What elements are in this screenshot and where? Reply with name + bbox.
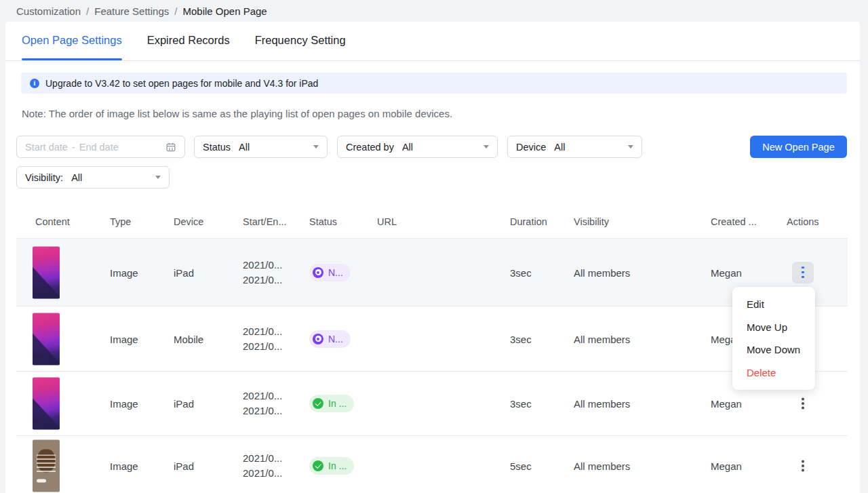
column-header-dates: Start/En... (243, 216, 286, 227)
not-started-status-icon (313, 334, 323, 344)
menu-item-edit[interactable]: Edit (732, 293, 815, 316)
breadcrumb-item-customization[interactable]: Customization (16, 5, 81, 17)
end-date: 2021/0... (243, 466, 282, 481)
content-card: Open Page Settings Expired Records Frequ… (5, 22, 860, 493)
cell-dates: 2021/0... 2021/0... (243, 451, 282, 481)
status-badge: N... (309, 264, 351, 281)
status-label: In ... (328, 460, 347, 471)
breadcrumb-separator: / (174, 5, 177, 17)
cell-type: Image (110, 460, 138, 472)
row-actions-menu: Edit Move Up Move Down Delete (732, 287, 815, 390)
end-date: 2021/0... (243, 339, 282, 354)
cell-created-by: Megan (711, 267, 742, 278)
cell-created-by: Megan (711, 460, 742, 472)
cell-type: Image (110, 333, 138, 344)
tab-frequency-setting[interactable]: Frequency Setting (255, 22, 346, 60)
column-header-status: Status (309, 216, 337, 227)
new-open-page-button[interactable]: New Open Page (750, 136, 847, 158)
upgrade-banner: i Upgrade to V3.42 to set open pages for… (21, 73, 847, 94)
date-range-picker[interactable]: Start date - End date (16, 136, 185, 158)
row-actions-button[interactable] (792, 262, 814, 283)
kebab-icon (802, 271, 804, 274)
page: Customization / Feature Settings / Mobil… (0, 0, 868, 493)
cell-visibility: All members (574, 267, 630, 278)
status-filter-label: Status (203, 142, 231, 153)
cell-visibility: All members (574, 398, 630, 410)
menu-item-move-up[interactable]: Move Up (732, 316, 815, 339)
status-filter-value: All (239, 142, 250, 153)
tab-expired-records[interactable]: Expired Records (147, 22, 230, 60)
column-header-actions: Actions (787, 216, 819, 227)
visibility-filter-label: Visibility: (25, 172, 63, 183)
cell-duration: 3sec (510, 398, 532, 410)
kebab-icon (802, 402, 804, 405)
status-badge: In ... (309, 457, 354, 475)
order-note: Note: The order of image list below is s… (22, 108, 452, 119)
cell-visibility: All members (574, 333, 630, 344)
table-header: Content Type Device Start/En... Status U… (16, 207, 848, 239)
column-header-type: Type (110, 216, 131, 227)
created-by-filter-label: Created by (346, 142, 394, 153)
breadcrumb-item-feature-settings[interactable]: Feature Settings (94, 5, 169, 17)
calendar-icon (165, 142, 176, 153)
column-header-content: Content (35, 216, 70, 227)
device-filter-label: Device (516, 142, 546, 153)
content-thumbnail (33, 440, 60, 492)
content-thumbnail (33, 246, 60, 298)
created-by-filter-value: All (402, 142, 413, 153)
in-progress-status-icon (313, 460, 323, 471)
menu-item-delete[interactable]: Delete (732, 361, 815, 384)
status-label: N... (328, 334, 343, 344)
end-date: 2021/0... (243, 403, 282, 418)
status-label: In ... (328, 398, 347, 409)
cell-visibility: All members (574, 460, 630, 472)
breadcrumb: Customization / Feature Settings / Mobil… (16, 0, 267, 22)
status-badge: In ... (309, 395, 354, 412)
content-thumbnail (33, 313, 60, 365)
cell-device: iPad (174, 267, 194, 278)
open-pages-table: Content Type Device Start/En... Status U… (16, 207, 848, 493)
chevron-down-icon (484, 145, 489, 149)
not-started-status-icon (313, 267, 323, 278)
chevron-down-icon (628, 145, 633, 149)
date-range-separator: - (72, 142, 75, 153)
created-by-filter-select[interactable]: Created by All (337, 136, 498, 158)
start-date: 2021/0... (243, 389, 282, 403)
start-date-placeholder: Start date (25, 142, 68, 153)
cell-duration: 5sec (510, 460, 532, 472)
cell-created-by: Megan (711, 398, 742, 410)
cell-type: Image (110, 398, 138, 410)
row-actions-button[interactable] (792, 455, 814, 477)
column-header-device: Device (174, 216, 203, 227)
cell-device: iPad (174, 398, 194, 410)
banner-text: Upgrade to V3.42 to set open pages for m… (45, 78, 318, 89)
chevron-down-icon (155, 176, 161, 179)
breadcrumb-separator: / (86, 5, 89, 17)
cell-dates: 2021/0... 2021/0... (243, 389, 282, 418)
end-date: 2021/0... (243, 273, 282, 288)
tab-label: Open Page Settings (22, 34, 122, 46)
device-filter-select[interactable]: Device All (507, 136, 642, 158)
table-row: Image Mobile 2021/0... 2021/0... N... 3s… (16, 307, 848, 372)
visibility-filter-value: All (71, 172, 82, 183)
status-badge: N... (309, 330, 351, 348)
tab-bar: Open Page Settings Expired Records Frequ… (5, 22, 860, 61)
tab-label: Frequency Setting (255, 34, 346, 46)
table-row: Image iPad 2021/0... 2021/0... In ... 5s… (16, 436, 848, 493)
cell-device: iPad (174, 460, 194, 472)
status-label: N... (328, 267, 343, 278)
tab-open-page-settings[interactable]: Open Page Settings (22, 22, 122, 60)
active-tab-underline (22, 58, 122, 60)
visibility-filter-select[interactable]: Visibility: All (16, 166, 170, 189)
cell-dates: 2021/0... 2021/0... (243, 324, 282, 354)
cell-device: Mobile (174, 333, 203, 344)
start-date: 2021/0... (243, 258, 282, 273)
column-header-created: Created ... (711, 216, 757, 227)
menu-item-move-down[interactable]: Move Down (732, 338, 815, 361)
column-header-url: URL (377, 216, 397, 227)
info-icon: i (30, 79, 39, 88)
row-actions-button[interactable] (792, 393, 814, 414)
end-date-placeholder: End date (79, 142, 119, 153)
status-filter-select[interactable]: Status All (194, 136, 328, 158)
cell-dates: 2021/0... 2021/0... (243, 258, 282, 288)
